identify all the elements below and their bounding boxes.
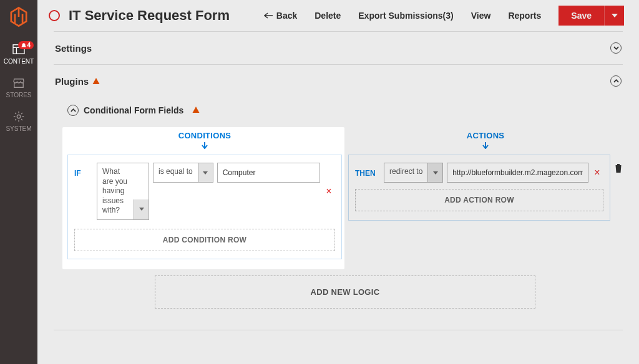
page-header: IT Service Request Form Back Delete Expo… bbox=[37, 0, 639, 31]
gear-icon bbox=[11, 110, 26, 123]
add-action-row-button[interactable]: ADD ACTION ROW bbox=[355, 189, 603, 211]
sidebar-item-label: SYSTEM bbox=[6, 125, 31, 132]
dropdown-toggle[interactable] bbox=[134, 199, 149, 219]
condition-field-select[interactable]: What are you having issues with? bbox=[97, 163, 149, 220]
form-body: Settings Plugins Conditional Form Fields bbox=[37, 31, 639, 330]
save-dropdown-toggle[interactable] bbox=[604, 6, 624, 26]
add-condition-row-button[interactable]: ADD CONDITION ROW bbox=[74, 229, 335, 251]
sidebar-item-label: CONTENT bbox=[4, 58, 34, 65]
conditions-header: CONDITIONS bbox=[67, 127, 342, 141]
sidebar-item-label: STORES bbox=[6, 92, 32, 98]
caret-down-icon bbox=[139, 208, 144, 211]
dropdown-toggle[interactable] bbox=[427, 163, 442, 182]
then-label: THEN bbox=[355, 163, 380, 178]
notification-badge[interactable]: 4 bbox=[18, 41, 34, 49]
warning-icon bbox=[92, 76, 100, 87]
sidebar-item-stores[interactable]: STORES bbox=[0, 71, 37, 105]
export-button[interactable]: Export Submissions(3) bbox=[358, 11, 453, 21]
main-panel: IT Service Request Form Back Delete Expo… bbox=[37, 0, 639, 364]
sidebar-item-content[interactable]: CONTENT 4 bbox=[0, 37, 37, 71]
delete-button[interactable]: Delete bbox=[315, 11, 341, 21]
plugins-toggle[interactable]: Plugins bbox=[54, 65, 623, 97]
arrow-left-icon bbox=[264, 12, 273, 19]
stores-icon bbox=[11, 76, 26, 90]
action-value-input[interactable] bbox=[447, 163, 588, 183]
conditional-fields-toggle[interactable]: Conditional Form Fields bbox=[67, 100, 623, 127]
actions-box: THEN redirect to × bbox=[348, 155, 610, 221]
save-button-group: Save bbox=[559, 6, 624, 26]
caret-down-icon bbox=[612, 14, 618, 17]
arrow-down-icon bbox=[482, 141, 489, 149]
section-title: Settings bbox=[55, 43, 92, 54]
subsection-title: Conditional Form Fields bbox=[84, 105, 183, 115]
settings-toggle[interactable]: Settings bbox=[54, 32, 623, 64]
delete-logic-button[interactable] bbox=[614, 163, 623, 173]
remove-action-button[interactable]: × bbox=[591, 163, 603, 183]
admin-sidebar: CONTENT 4 STORES SYSTEM bbox=[0, 0, 37, 364]
condition-value-input[interactable] bbox=[217, 163, 320, 183]
logic-editor: CONDITIONS IF What are you having issues… bbox=[67, 127, 623, 309]
if-label: IF bbox=[74, 163, 93, 178]
reports-button[interactable]: Reports bbox=[508, 11, 541, 21]
back-button[interactable]: Back bbox=[264, 11, 297, 21]
chevron-up-icon bbox=[610, 75, 622, 87]
section-title: Plugins bbox=[55, 76, 89, 87]
actions-header: ACTIONS bbox=[348, 127, 623, 141]
view-button[interactable]: View bbox=[471, 11, 491, 21]
chevron-up-icon bbox=[67, 105, 79, 116]
remove-condition-button[interactable]: × bbox=[323, 163, 335, 220]
dropdown-toggle[interactable] bbox=[198, 163, 213, 182]
accordion-plugins: Plugins Conditional Form Fields bbox=[54, 65, 623, 330]
svg-point-3 bbox=[17, 115, 20, 118]
form-status-icon bbox=[49, 10, 60, 21]
conditions-box: IF What are you having issues with? bbox=[67, 155, 342, 259]
sidebar-item-system[interactable]: SYSTEM bbox=[0, 105, 37, 138]
accordion-settings: Settings bbox=[54, 31, 623, 65]
add-new-logic-button[interactable]: ADD NEW LOGIC bbox=[155, 275, 535, 309]
page-title: IT Service Request Form bbox=[69, 7, 230, 24]
save-button[interactable]: Save bbox=[559, 6, 604, 26]
trash-icon bbox=[614, 163, 623, 173]
arrow-down-icon bbox=[201, 141, 208, 149]
chevron-down-icon bbox=[610, 42, 622, 54]
warning-icon bbox=[192, 105, 200, 115]
caret-down-icon bbox=[433, 171, 438, 175]
plugins-content: Conditional Form Fields CONDITIONS bbox=[54, 97, 623, 330]
action-type-select[interactable]: redirect to bbox=[384, 163, 443, 183]
caret-down-icon bbox=[203, 171, 208, 175]
condition-operator-select[interactable]: is equal to bbox=[153, 163, 213, 183]
magento-logo bbox=[7, 5, 31, 29]
